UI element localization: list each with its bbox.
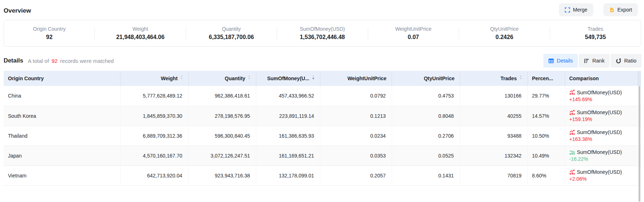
sort-desc-caret: ▼ — [248, 79, 251, 81]
comparison: SumOfMoney(USD) +163.38% — [569, 129, 637, 142]
sort-desc-caret: ▼ — [519, 79, 522, 81]
cell-origin-country: Japan — [4, 146, 120, 166]
rank-icon — [584, 58, 589, 64]
col-header-quantity[interactable]: Quantity▲▼ — [188, 71, 256, 86]
col-label: SumOfMoney(U... — [267, 76, 310, 81]
col-header-comparison: Comparison — [565, 71, 641, 86]
trend-chart-icon — [569, 90, 575, 95]
stat-value: 6,335,187,700.06 — [209, 34, 254, 40]
stat-quantity: Quantity 6,335,187,700.06 — [186, 20, 277, 46]
table-header-row: Origin Country Weight▲▼ Quantity▲▼ SumOf… — [4, 71, 641, 86]
cell-weight-unit-price: 0.0353 — [320, 146, 392, 166]
col-label: Origin Country — [8, 76, 44, 81]
table-row: Japan 4,570,160,167.70 3,072,126,247.51 … — [4, 146, 641, 166]
topbar-actions: Merge Export — [559, 3, 638, 16]
table-row: South Korea 1,845,859,370.30 278,198,576… — [4, 106, 641, 126]
cell-weight: 5,777,628,489.12 — [120, 86, 188, 106]
details-bar: Details A total of 92 records were match… — [0, 52, 644, 69]
cell-comparison: SumOfMoney(USD) +2.06% — [565, 166, 641, 185]
col-header-sum-of-money[interactable]: SumOfMoney(U...▲▼ — [256, 71, 320, 86]
col-label: Comparison — [569, 76, 599, 81]
stat-value: 0.2426 — [496, 34, 513, 40]
summary-prefix: A total of — [28, 58, 49, 64]
table-row: Thailand 6,889,709,312.36 596,300,840.45… — [4, 126, 641, 146]
cell-qty-unit-price: 0.0525 — [392, 146, 460, 166]
cell-trades: 130166 — [460, 86, 527, 106]
stat-label: WeightUnitPrice — [395, 26, 432, 32]
export-button[interactable]: Export — [603, 3, 638, 16]
stat-label: Weight — [132, 26, 148, 32]
col-label: Weight — [161, 76, 177, 81]
table-row: China 5,777,628,489.12 962,386,418.61 45… — [4, 86, 641, 106]
cell-weight: 1,845,859,370.30 — [120, 106, 188, 126]
view-tabs: Details Rank Ratio — [543, 54, 641, 68]
cell-weight-unit-price: 0.2057 — [320, 166, 392, 185]
cell-percent: 14.57% — [527, 106, 565, 126]
summary-count: 92 — [51, 58, 58, 64]
cell-quantity: 3,072,126,247.51 — [188, 146, 256, 166]
comparison-metric-label: SumOfMoney(USD) — [577, 129, 622, 135]
comparison-metric-label: SumOfMoney(USD) — [577, 109, 622, 115]
stat-value: 21,948,403,464.06 — [116, 34, 164, 40]
cell-origin-country: Thailand — [4, 126, 120, 146]
cell-sum-of-money: 223,891,119.14 — [256, 106, 320, 126]
summary-suffix: records were matched — [60, 58, 114, 64]
comparison-metric-label: SumOfMoney(USD) — [577, 90, 622, 95]
cell-trades: 132342 — [460, 146, 527, 166]
col-label: WeightUnitPrice — [348, 76, 387, 81]
cell-comparison: SumOfMoney(USD) +159.19% — [565, 106, 641, 126]
stat-qty-unit-price: QtyUnitPrice 0.2426 — [459, 20, 550, 46]
col-label: QtyUnitPrice — [424, 76, 455, 81]
cell-sum-of-money: 457,433,966.52 — [256, 86, 320, 106]
tab-ratio[interactable]: Ratio — [611, 54, 641, 68]
trend-chart-icon — [569, 150, 575, 155]
tab-rank[interactable]: Rank — [579, 54, 610, 68]
cell-percent: 10.50% — [527, 126, 565, 146]
stat-weight: Weight 21,948,403,464.06 — [95, 20, 185, 46]
comparison-change: +145.69% — [569, 96, 637, 102]
cell-qty-unit-price: 0.2706 — [392, 126, 460, 146]
cell-origin-country: China — [4, 86, 120, 106]
stat-weight-unit-price: WeightUnitPrice 0.07 — [368, 20, 459, 46]
cell-percent: 29.77% — [527, 86, 565, 106]
tab-ratio-label: Ratio — [624, 58, 636, 64]
sorter[interactable]: ▲▼ — [519, 76, 522, 81]
cell-comparison: SumOfMoney(USD) +145.69% — [565, 86, 641, 106]
sorter[interactable]: ▲▼ — [248, 76, 251, 81]
cell-weight-unit-price: 0.1213 — [320, 106, 392, 126]
trend-chart-icon — [569, 130, 575, 135]
page: { "header": { "title": "Overview", "merg… — [0, 0, 644, 202]
cell-qty-unit-price: 0.1431 — [392, 166, 460, 185]
col-header-trades[interactable]: Trades▲▼ — [460, 71, 527, 86]
cell-sum-of-money: 132,178,099.01 — [256, 166, 320, 185]
comparison-change: +159.19% — [569, 116, 637, 122]
comparison: SumOfMoney(USD) +145.69% — [569, 90, 637, 102]
ratio-icon — [616, 58, 621, 64]
merge-button[interactable]: Merge — [559, 3, 593, 16]
records-summary: A total of 92 records were matched — [28, 58, 114, 64]
tab-details[interactable]: Details — [543, 54, 578, 68]
cell-percent: 10.49% — [527, 146, 565, 166]
trend-chart-icon — [569, 169, 575, 175]
cell-weight: 642,713,920.04 — [120, 166, 188, 185]
cell-quantity: 596,300,840.45 — [188, 126, 256, 146]
cell-weight-unit-price: 0.0234 — [320, 126, 392, 146]
col-label: Trades — [500, 76, 517, 81]
stat-label: SumOfMoney(USD) — [300, 26, 345, 32]
stat-trades: Trades 549,735 — [550, 20, 641, 46]
merge-button-label: Merge — [573, 7, 588, 13]
export-icon — [609, 7, 615, 13]
sorter[interactable]: ▲▼ — [180, 76, 183, 81]
cell-trades: 70819 — [460, 166, 527, 185]
cell-origin-country: Vietnam — [4, 166, 120, 185]
table-scrollbar[interactable] — [639, 86, 640, 202]
comparison-change: +163.38% — [569, 136, 637, 142]
col-header-weight[interactable]: Weight▲▼ — [120, 71, 188, 86]
stat-value: 1,536,702,446.48 — [300, 34, 345, 40]
tab-details-label: Details — [557, 58, 573, 64]
top-bar: Overview Merge Export — [0, 0, 644, 20]
comparison: SumOfMoney(USD) -16.22% — [569, 149, 637, 162]
sorter[interactable]: ▲▼ — [312, 76, 315, 81]
cell-percent: 8.60% — [527, 166, 565, 185]
details-table-wrap: Origin Country Weight▲▼ Quantity▲▼ SumOf… — [4, 71, 641, 186]
